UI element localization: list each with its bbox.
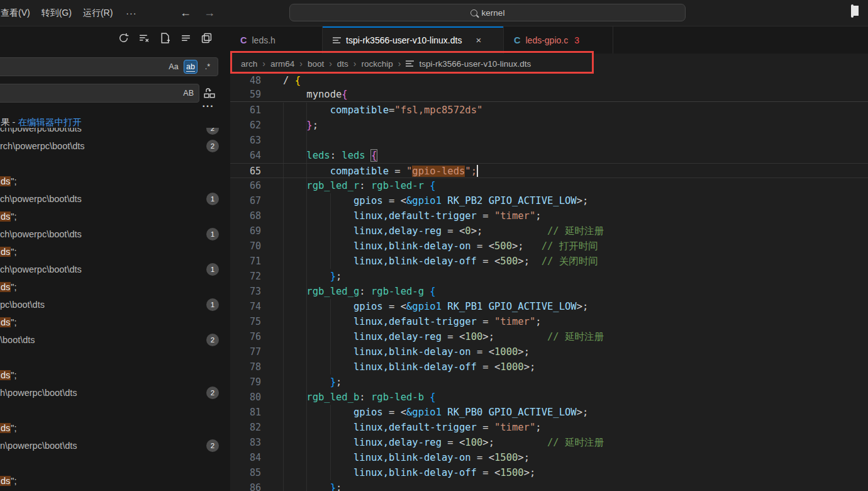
menu-more-button[interactable]: ··· — [118, 8, 144, 18]
code-line[interactable]: 65 compatible = "gpio-leds"; — [230, 163, 868, 178]
search-result-match-row[interactable]: ds"; — [0, 419, 230, 437]
menu-view[interactable]: 查看(V) — [0, 8, 36, 19]
code-line[interactable]: 66 rgb_led_r: rgb-led-r { — [230, 178, 868, 193]
line-number: 84 — [230, 450, 261, 465]
dts-file-icon — [333, 36, 341, 45]
code-line[interactable]: 67 gpios = <&gpio1 RK_PB2 GPIO_ACTIVE_LO… — [230, 193, 868, 208]
file-path: pc\boot\dts — [0, 300, 45, 310]
code-line[interactable]: 84 linux,blink-delay-on = <1500>; — [230, 450, 868, 465]
breadcrumb-segment[interactable]: boot — [308, 59, 324, 69]
code-line[interactable]: 63 — [230, 133, 868, 148]
match-case-toggle[interactable]: Aa — [167, 60, 181, 74]
code-line[interactable]: 48/ { — [230, 74, 868, 87]
code-line[interactable]: 80 rgb_led_b: rgb-led-b { — [230, 390, 868, 405]
search-sidebar: Aa ab .* AB ··· 果 - 在编辑器中打开 ch\powerpc\b… — [0, 26, 230, 491]
search-result-file-row[interactable]: ch\powerpc\boot\dts1 — [0, 190, 230, 208]
code-line[interactable]: 74 gpios = <&gpio1 RK_PB1 GPIO_ACTIVE_LO… — [230, 299, 868, 314]
search-result-match-row[interactable]: ds"; — [0, 313, 230, 331]
code-line[interactable]: 70 linux,blink-delay-on = <500>; // 打开时间 — [230, 239, 868, 254]
problems-count-badge: 3 — [574, 35, 579, 45]
match-text: "; — [11, 247, 16, 257]
line-number: 65 — [230, 164, 261, 179]
code-line[interactable]: 78 linux,blink-delay-off = <1000>; — [230, 359, 868, 375]
tab-leds-h[interactable]: C leds.h — [230, 26, 323, 54]
search-result-file-row[interactable]: ch\powerpc\boot\dts1 — [0, 261, 230, 278]
search-result-match-row[interactable]: ds"; — [0, 366, 230, 384]
search-result-file-row[interactable]: n\powerpc\boot\dts2 — [0, 437, 230, 454]
breadcrumb-segment[interactable]: rockchip — [362, 59, 393, 69]
code-line[interactable]: 62 }; — [230, 118, 868, 133]
breadcrumb-segment[interactable]: dts — [337, 59, 348, 69]
close-tab-icon[interactable]: × — [476, 35, 481, 45]
code-line[interactable]: 86 }; — [230, 480, 868, 491]
breadcrumb-segment[interactable]: arch — [241, 59, 257, 69]
code-line[interactable]: 64 leds: leds { — [230, 148, 868, 163]
replace-all-button[interactable] — [203, 86, 216, 100]
c-header-file-icon: C — [240, 35, 247, 45]
line-number: 81 — [230, 405, 261, 420]
code-line[interactable]: 69 linux,delay-reg = <0>; // 延时注册 — [230, 223, 868, 239]
preserve-case-toggle[interactable]: AB — [183, 89, 194, 98]
search-result-empty-row — [0, 155, 230, 172]
search-result-file-row[interactable]: ch\powerpc\boot\dts1 — [0, 225, 230, 243]
code-line[interactable]: 81 gpios = <&gpio1 RK_PB0 GPIO_ACTIVE_LO… — [230, 405, 868, 420]
open-in-editor-link[interactable]: 在编辑器中打开 — [18, 117, 82, 127]
menu-goto[interactable]: 转到(G) — [36, 8, 77, 19]
new-search-editor-icon[interactable] — [159, 31, 172, 45]
clear-results-icon[interactable] — [138, 31, 151, 45]
layout-toggle-button[interactable] — [851, 6, 868, 20]
tab-label: tspi-rk3566-user-v10-linux.dts — [346, 35, 462, 45]
code-line[interactable]: 73 rgb_led_g: rgb-led-g { — [230, 284, 868, 299]
search-results-summary: 果 - 在编辑器中打开 — [1, 116, 82, 128]
code-line[interactable]: 59 mynode{ — [230, 87, 868, 101]
forward-arrow-icon[interactable]: → — [204, 6, 215, 20]
tab-leds-gpio-c[interactable]: C leds-gpio.c 3 — [504, 26, 613, 54]
chevron-right-icon: › — [262, 59, 265, 69]
code-line[interactable]: 68 linux,default-trigger = "timer"; — [230, 208, 868, 223]
search-result-file-row[interactable]: rch\powerpc\boot\dts2 — [0, 137, 230, 155]
refresh-icon[interactable] — [117, 31, 130, 45]
breadcrumb-file[interactable]: tspi-rk3566-user-v10-linux.dts — [419, 59, 531, 69]
code-line[interactable]: 77 linux,blink-delay-on = <1000>; — [230, 344, 868, 359]
regex-toggle[interactable]: .* — [201, 60, 214, 74]
code-line[interactable]: 85 linux,blink-delay-off = <1500>; — [230, 465, 868, 480]
file-path: h\powerpc\boot\dts — [0, 388, 77, 398]
code-line[interactable]: 72 }; — [230, 269, 868, 284]
code-line[interactable]: 82 linux,default-trigger = "timer"; — [230, 420, 868, 435]
replace-input[interactable]: AB — [0, 84, 199, 103]
command-center-search[interactable]: kernel — [289, 4, 686, 21]
open-in-editor-icon[interactable] — [200, 31, 213, 45]
search-result-match-row[interactable]: ds"; — [0, 243, 230, 261]
breadcrumb[interactable]: arch›arm64›boot›dts›rockchip›tspi-rk3566… — [230, 54, 868, 74]
code-line[interactable]: 75 linux,default-trigger = "timer"; — [230, 314, 868, 329]
search-panel-actions — [117, 31, 213, 45]
line-number: 66 — [230, 178, 261, 193]
search-result-file-row[interactable]: pc\boot\dts1 — [0, 296, 230, 313]
match-text: "; — [11, 423, 16, 433]
code-line[interactable]: 71 linux,blink-delay-off = <500>; // 关闭时… — [230, 254, 868, 269]
search-result-empty-row — [0, 349, 230, 366]
search-result-file-row[interactable]: ch\powerpc\boot\dts2 — [0, 128, 230, 137]
back-arrow-icon[interactable]: ← — [180, 6, 191, 20]
code-editor[interactable]: 48/ {59 mynode{ 61 compatible="fsl,mpc85… — [230, 74, 868, 491]
search-result-file-row[interactable]: \boot\dts2 — [0, 331, 230, 349]
line-number: 78 — [230, 359, 261, 375]
search-input[interactable]: Aa ab .* — [0, 57, 218, 76]
toggle-search-details-button[interactable]: ··· — [200, 101, 216, 112]
search-result-match-row[interactable]: ds"; — [0, 208, 230, 225]
search-result-match-row[interactable]: ds"; — [0, 172, 230, 190]
search-result-match-row[interactable]: ds"; — [0, 472, 230, 490]
summary-text: 果 - — [1, 117, 18, 127]
collapse-all-icon[interactable] — [179, 31, 192, 45]
code-line[interactable]: 83 linux,delay-reg = <100>; // 延时注册 — [230, 435, 868, 450]
search-result-match-row[interactable]: ds"; — [0, 278, 230, 296]
whole-word-toggle[interactable]: ab — [184, 60, 198, 74]
code-line[interactable]: 76 linux,delay-reg = <100>; // 延时注册 — [230, 329, 868, 344]
code-line[interactable]: 79 }; — [230, 375, 868, 390]
breadcrumb-segment[interactable]: arm64 — [270, 59, 294, 69]
search-result-file-row[interactable]: h\powerpc\boot\dts2 — [0, 384, 230, 402]
line-number: 80 — [230, 390, 261, 405]
menu-run[interactable]: 运行(R) — [77, 8, 118, 19]
code-line[interactable]: 61 compatible="fsl,mpc8572ds" — [230, 103, 868, 118]
tab-tspi-dts[interactable]: tspi-rk3566-user-v10-linux.dts × — [323, 26, 504, 54]
